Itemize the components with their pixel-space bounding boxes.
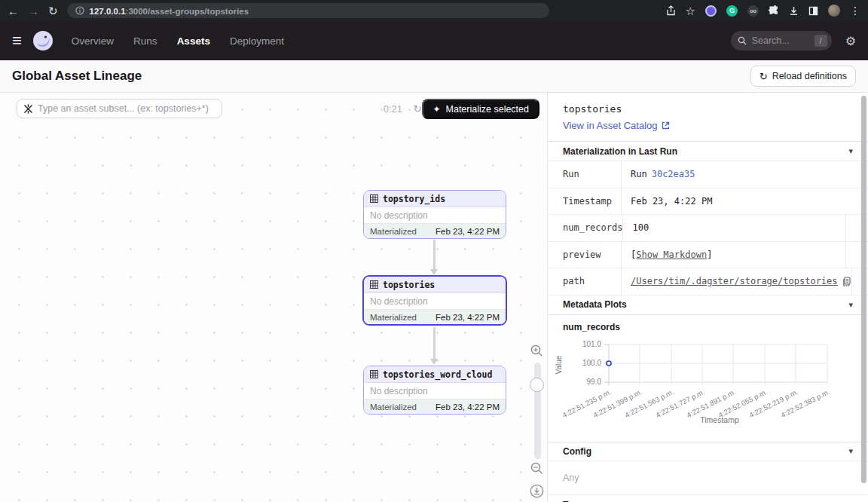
asset-node-description: No description [364,293,506,309]
zoom-out-icon[interactable] [530,462,543,475]
num-records-chart: 101.0 100.0 99.0 Value Timestamp 4:22:51… [552,336,868,442]
edge-topstories-to-word-cloud [433,327,436,360]
puzzle-extensions-icon[interactable] [769,5,779,16]
asset-detail-panel: topstories View in Asset Catalog Materia… [547,93,868,502]
refresh-timer: 0:21 [384,103,402,115]
sparkle-icon: ✦ [432,104,440,115]
view-in-asset-catalog-link[interactable]: View in Asset Catalog [563,120,670,131]
section-metadata-plots[interactable]: Metadata Plots ▾ [548,295,868,315]
settings-gear-icon[interactable]: ⚙ [845,34,856,48]
browser-chrome: ← → ↻ 127.0.0.1:3000/asset-groups/topsto… [0,0,868,21]
asset-graph-canvas[interactable]: 0:21 ↻ ✦ Materialize selected topstory_i… [0,93,547,502]
panel-asset-name: topstories [563,103,868,115]
asset-node-name: topstories_word_cloud [383,369,492,380]
asset-node-topstories[interactable]: topstories No description Materialized F… [362,275,507,326]
fit-view-icon[interactable] [530,484,544,498]
global-search-input[interactable]: Search... / [731,31,832,51]
table-row-run: Run Run30c2ea35 [548,161,868,188]
hamburger-menu-icon[interactable]: ≡ [12,34,22,47]
nav-item-overview[interactable]: Overview [72,35,114,47]
section-type[interactable]: Type ▾ [548,495,868,502]
y-tick-100: 100.0 [582,359,601,367]
y-tick-99: 99.0 [587,378,602,386]
asset-node-description: No description [364,383,506,399]
row-key: preview [548,242,622,268]
search-placeholder: Search... [752,35,809,46]
asset-node-topstories-word-cloud[interactable]: topstories_word_cloud No description Mat… [363,366,506,415]
table-row-num-records: num_records 100 [548,215,868,242]
bracket: ] [707,249,712,260]
asset-node-name: topstories [383,280,435,290]
asset-node-name: topstory_ids [383,194,445,204]
nav-item-assets[interactable]: Assets [177,35,210,47]
zoom-in-icon[interactable] [530,344,543,357]
grammarly-extension-icon[interactable]: G [726,5,738,17]
share-icon[interactable] [666,5,676,16]
op-selector-icon [23,104,33,114]
bracket: [ [631,249,636,260]
section-title: Materialization in Last Run [563,146,677,157]
timestamp-value: Feb 23, 4:22 PM [622,188,868,215]
table-row-timestamp: Timestamp Feb 23, 4:22 PM [548,188,868,216]
browser-menu-icon[interactable]: ⋮ [850,5,860,16]
y-tick-101: 101.0 [582,340,601,348]
asset-node-status: Materialized [370,313,417,322]
asset-subset-filter[interactable] [17,99,222,118]
section-materialization-last-run[interactable]: Materialization in Last Run ▾ [548,141,868,161]
copy-path-icon[interactable] [842,277,851,286]
num-records-value: 100 [623,215,845,241]
section-title: Metadata Plots [563,299,627,310]
show-markdown-link[interactable]: Show Markdown [636,249,707,260]
row-key: Timestamp [548,188,622,215]
asset-node-timestamp: Feb 23, 4:22 PM [436,227,500,236]
asset-node-status: Materialized [370,403,417,412]
url-bar[interactable]: 127.0.0.1:3000/asset-groups/topstories [67,3,549,18]
row-key: num_records [548,215,623,241]
search-icon [738,36,747,45]
zoom-slider-handle[interactable] [530,378,544,392]
materialization-table: Run Run30c2ea35 Timestamp Feb 23, 4:22 P… [548,161,868,295]
materialize-selected-label: Materialize selected [446,104,529,115]
caret-down-icon: ▾ [848,146,853,156]
config-value: Any [548,461,868,495]
table-icon [370,194,378,203]
browser-profile-avatar[interactable] [828,5,840,17]
password-extension-icon[interactable] [705,5,717,17]
browser-toolbar-icons: ☆ G oo ⋮ [666,5,860,17]
search-shortcut-badge: / [815,35,827,47]
table-icon [370,280,378,289]
section-title: Type [563,500,583,502]
nav-item-deployment[interactable]: Deployment [230,35,284,47]
nav-item-runs[interactable]: Runs [133,35,157,47]
reading-mode-icon[interactable] [808,6,818,16]
reload-definitions-button[interactable]: ↻ Reload definitions [750,66,856,87]
site-info-icon[interactable] [75,6,84,15]
catalog-link-label: View in Asset Catalog [563,120,658,131]
bookmark-star-icon[interactable]: ☆ [686,5,695,17]
reload-definitions-icon: ↻ [760,71,768,82]
path-link[interactable]: /Users/tim/.dagster/storage/topstories [631,276,838,286]
dagster-logo[interactable] [32,30,53,51]
materialize-selected-button[interactable]: ✦ Materialize selected [422,99,539,119]
table-row-path: path /Users/tim/.dagster/storage/topstor… [548,268,868,295]
run-id-link[interactable]: 30c2ea35 [652,169,695,179]
section-config[interactable]: Config ▾ [548,442,868,461]
panel-scrollbar[interactable] [861,96,866,483]
asset-node-status: Materialized [370,227,417,236]
external-link-icon [662,121,670,130]
graph-refresh-icon[interactable]: ↻ [413,103,422,115]
download-icon[interactable] [789,6,799,16]
section-title: Config [563,446,591,457]
caret-down-icon: ▾ [848,446,853,456]
asset-node-topstory-ids[interactable]: topstory_ids No description Materialized… [363,190,506,239]
data-point[interactable] [607,361,611,366]
row-key: path [548,268,622,295]
browser-back-icon[interactable]: ← [8,5,19,17]
chart-ylabel: Value [555,355,563,374]
table-icon [370,370,378,378]
glasses-extension-icon[interactable]: oo [747,5,759,17]
browser-forward-icon[interactable]: → [28,5,39,17]
browser-reload-icon[interactable]: ↻ [48,5,58,17]
page-title: Global Asset Lineage [12,69,142,84]
asset-subset-input[interactable] [38,103,215,114]
